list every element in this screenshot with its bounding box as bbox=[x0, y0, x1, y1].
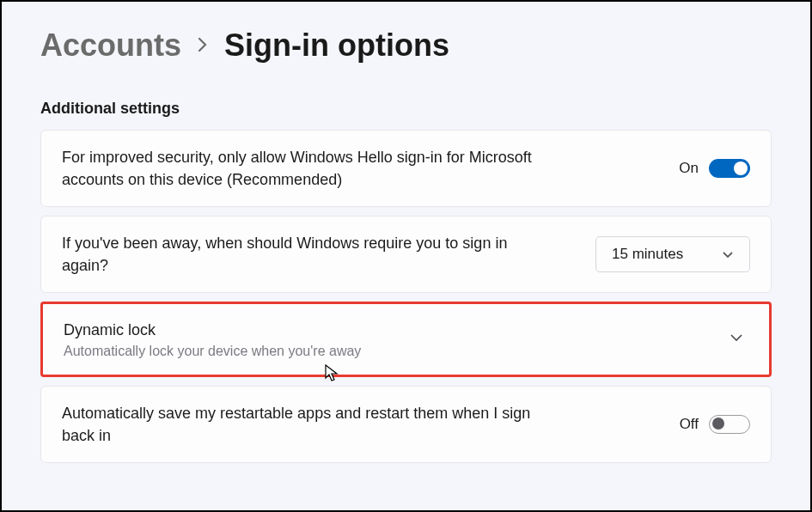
windows-hello-toggle[interactable] bbox=[709, 159, 750, 178]
restart-apps-toggle[interactable] bbox=[709, 415, 750, 434]
page-title: Sign-in options bbox=[224, 27, 449, 64]
signin-timeout-select[interactable]: 15 minutes bbox=[595, 236, 750, 272]
setting-card-dynamic-lock[interactable]: Dynamic lock Automatically lock your dev… bbox=[40, 302, 772, 376]
toggle-group: Off bbox=[680, 415, 750, 434]
select-value: 15 minutes bbox=[612, 246, 683, 263]
chevron-right-icon bbox=[197, 33, 209, 59]
setting-subtitle: Automatically lock your device when you'… bbox=[64, 344, 361, 359]
setting-card-windows-hello: For improved security, only allow Window… bbox=[40, 130, 772, 207]
toggle-state-label: On bbox=[679, 160, 699, 177]
setting-title: Dynamic lock bbox=[64, 320, 361, 341]
toggle-state-label: Off bbox=[680, 416, 699, 433]
breadcrumb-parent[interactable]: Accounts bbox=[40, 27, 181, 64]
toggle-group: On bbox=[679, 159, 750, 178]
breadcrumb: Accounts Sign-in options bbox=[40, 27, 772, 64]
setting-label: Automatically save my restartable apps a… bbox=[62, 402, 543, 447]
setting-text-group: Dynamic lock Automatically lock your dev… bbox=[64, 320, 361, 358]
chevron-down-icon bbox=[722, 248, 734, 260]
setting-card-signin-timeout: If you've been away, when should Windows… bbox=[40, 216, 772, 293]
chevron-down-icon bbox=[730, 331, 748, 348]
section-heading-additional-settings: Additional settings bbox=[40, 100, 772, 118]
setting-card-restart-apps: Automatically save my restartable apps a… bbox=[40, 386, 772, 463]
setting-label: For improved security, only allow Window… bbox=[62, 146, 543, 191]
setting-label: If you've been away, when should Windows… bbox=[62, 232, 543, 277]
